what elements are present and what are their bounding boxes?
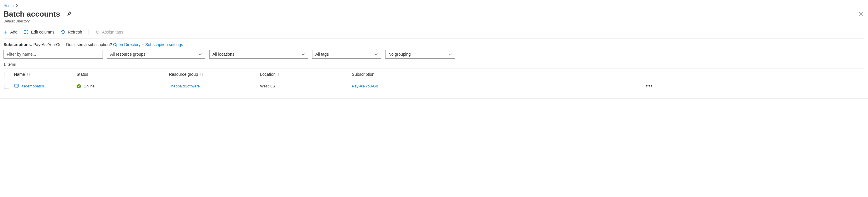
toolbar-divider [89,30,89,35]
tag-icon [95,30,100,34]
column-name[interactable]: Name ↑↓ [14,72,76,77]
resource-group-filter[interactable]: All resource groups [107,50,205,58]
close-icon [859,11,863,17]
table-row: tsdemobatch Online TheobaldSoftware West… [3,80,865,92]
batch-account-icon [14,83,19,89]
header-left: Batch accounts [3,10,73,18]
row-checkbox[interactable] [4,84,9,89]
subscriptions-text: Pay-As-You-Go – Don't see a subscription… [33,42,112,47]
assign-tags-label: Assign tags [102,30,123,34]
column-status-label: Status [76,72,88,77]
sort-icon: ↑↓ [200,72,204,76]
close-button[interactable] [858,10,865,18]
row-more-button[interactable]: ••• [644,83,656,89]
status-online-icon [76,84,81,89]
cell-name: tsdemobatch [14,83,76,89]
chevron-down-icon [301,52,305,56]
resource-group-filter-value: All resource groups [110,52,146,56]
page-subtitle: Default Directory [3,19,865,23]
cell-status: Online [76,84,169,89]
column-subscription[interactable]: Subscription ↑↓ [352,72,644,77]
chevron-down-icon [374,52,378,56]
breadcrumb-home-link[interactable]: Home [3,3,14,8]
chevron-right-icon [16,3,19,8]
breadcrumb: Home [3,3,865,8]
cell-resource-group: TheobaldSoftware [169,84,260,88]
pin-button[interactable] [65,10,73,18]
chevron-down-icon [448,52,452,56]
pin-icon [67,11,72,17]
more-icon: ••• [646,83,653,89]
edit-columns-button[interactable]: Edit columns [24,29,54,35]
refresh-icon [61,30,65,34]
toolbar: Add Edit columns Refresh Assign tags [3,27,865,39]
refresh-label: Refresh [68,30,82,34]
header-row: Batch accounts [3,10,865,18]
name-filter-input[interactable] [3,50,103,58]
column-location[interactable]: Location ↑↓ [260,72,352,77]
filter-row: All resource groups All locations All ta… [3,50,865,58]
results-table: Name ↑↓ Status Resource group ↑↓ Locatio… [3,68,865,92]
location-filter[interactable]: All locations [209,50,308,58]
chevron-down-icon [198,52,202,56]
cell-location: West US [260,84,352,88]
tags-filter[interactable]: All tags [312,50,381,58]
cell-subscription: Pay-As-You-Go [352,84,644,88]
column-location-label: Location [260,72,276,77]
column-name-label: Name [14,72,25,77]
refresh-button[interactable]: Refresh [61,29,82,35]
column-resource-group[interactable]: Resource group ↑↓ [169,72,260,77]
subscriptions-row: Subscriptions: Pay-As-You-Go – Don't see… [3,42,865,47]
column-status[interactable]: Status [76,72,169,77]
location-text: West US [260,84,275,88]
status-text: Online [84,84,95,88]
resource-name-link[interactable]: tsdemobatch [22,84,44,88]
grouping-filter-value: No grouping [389,52,411,56]
svg-rect-1 [15,85,18,88]
location-filter-value: All locations [213,52,235,56]
subscription-link[interactable]: Pay-As-You-Go [352,84,378,88]
edit-columns-label: Edit columns [31,30,54,34]
sort-icon: ↑↓ [27,72,30,76]
subscriptions-label: Subscriptions: [3,42,32,47]
add-label: Add [10,30,18,34]
select-all-checkbox[interactable] [4,72,9,77]
add-button[interactable]: Add [3,29,18,35]
columns-icon [24,30,29,34]
directory-settings-link[interactable]: Open Directory + Subscription settings [113,42,183,47]
plus-icon [3,30,8,34]
page-container: Home Batch accounts Default Directory Ad [0,0,868,98]
sort-icon: ↑↓ [376,72,380,76]
sort-icon: ↑↓ [277,72,281,76]
page-title: Batch accounts [3,10,60,18]
tags-filter-value: All tags [315,52,329,56]
assign-tags-button: Assign tags [95,29,123,35]
column-subscription-label: Subscription [352,72,374,77]
grouping-filter[interactable]: No grouping [385,50,455,58]
items-count: 1 items [3,62,865,67]
table-header: Name ↑↓ Status Resource group ↑↓ Locatio… [3,69,865,80]
column-resource-group-label: Resource group [169,72,198,77]
resource-group-link[interactable]: TheobaldSoftware [169,84,200,88]
